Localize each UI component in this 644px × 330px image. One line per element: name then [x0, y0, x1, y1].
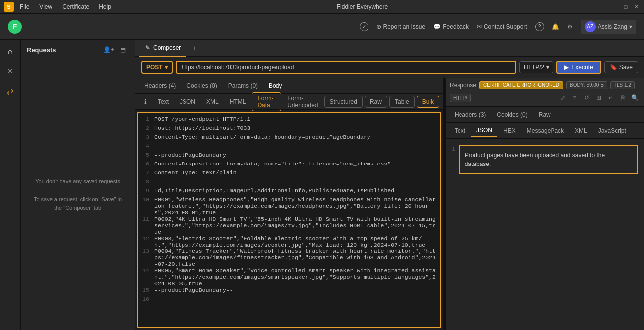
composer-icon: ✎: [145, 44, 150, 51]
body-view-bulk[interactable]: Bulk: [417, 96, 439, 108]
sidebar-item-traffic[interactable]: 👁: [2, 64, 18, 80]
execute-icon: ▶: [564, 64, 569, 71]
window-controls: ─ □ ✕: [611, 3, 640, 10]
line-number: 8: [138, 178, 154, 187]
bell-icon: 🔔: [552, 23, 559, 30]
check-action[interactable]: ✓: [360, 22, 368, 31]
minimize-button[interactable]: ─: [611, 3, 618, 10]
tab-cookies[interactable]: Cookies (0): [182, 81, 222, 91]
menu-help[interactable]: Help: [97, 2, 113, 11]
gear-icon: ⚙: [567, 23, 573, 30]
response-tabs: Headers (3) Cookies (0) Raw: [446, 107, 644, 123]
table-row: 1POST /your-endpoint HTTP/1.1: [138, 116, 440, 125]
left-panel: Requests 👤+ ⬒ You don't have any saved r…: [21, 40, 135, 330]
contact-support-action[interactable]: ✉ Contact Support: [477, 23, 527, 30]
code-editor[interactable]: 1POST /your-endpoint HTTP/1.12Host: http…: [137, 112, 441, 328]
body-tab-formdata[interactable]: Form-Data: [252, 92, 281, 111]
sidebar-item-composer[interactable]: ⇄: [2, 83, 18, 99]
line-content: [154, 178, 440, 187]
sidebar-item-home[interactable]: ⌂: [2, 44, 18, 60]
body-tab-info[interactable]: ℹ: [139, 96, 152, 107]
line-content: P0001,"Wireless Headphones","High-qualit…: [154, 196, 440, 216]
resp-tab-raw[interactable]: Raw: [534, 109, 555, 120]
body-view-table[interactable]: Table: [389, 96, 415, 108]
format-tab-xml[interactable]: XML: [570, 125, 592, 136]
protocol-dropdown[interactable]: HTTP/2 ▾: [519, 61, 553, 73]
line-content: Host: https://localhost:7033: [154, 125, 440, 134]
contact-label: Contact Support: [484, 23, 527, 30]
search-icon[interactable]: 🔍: [629, 92, 640, 103]
body-view-structured[interactable]: Structured: [324, 96, 363, 108]
table-row: 2Host: https://localhost:7033: [138, 125, 440, 134]
body-tab-html[interactable]: HTML: [225, 96, 251, 107]
tab-headers[interactable]: Headers (4): [139, 81, 181, 91]
diff-icon[interactable]: ≡: [569, 92, 580, 103]
body-tab-formurlencoded[interactable]: Form-Urlencoded: [282, 93, 323, 111]
filter-icon[interactable]: ⊞: [593, 92, 604, 103]
format-tab-text[interactable]: Text: [450, 125, 470, 136]
method-dropdown[interactable]: POST ▾: [141, 61, 173, 74]
format-tab-javascript[interactable]: JavaScript: [593, 125, 631, 136]
format-tab-messagepack[interactable]: MessagePack: [522, 125, 569, 136]
line-content: --productPageBoundary--: [154, 287, 440, 296]
resp-tab-cookies[interactable]: Cookies (0): [492, 109, 532, 120]
settings-action[interactable]: ⚙: [567, 23, 573, 30]
help-icon: ?: [535, 22, 544, 31]
user-menu[interactable]: AZ Assis Zang ▾: [581, 20, 636, 34]
top-bar: F ✓ ⊕ Report an Issue 💬 Feedback ✉ Conta…: [0, 14, 644, 40]
close-button[interactable]: ✕: [633, 3, 640, 10]
body-size-badge: BODY: 59.00 B: [566, 81, 607, 89]
line-number: 5: [138, 152, 154, 161]
line-number: 14: [138, 267, 154, 287]
body-tab-xml[interactable]: XML: [201, 96, 224, 107]
wrap-icon[interactable]: ↵: [605, 92, 616, 103]
line-number: 10: [138, 196, 154, 216]
table-row: 13P0004,"Fitness Tracker","Waterproof fi…: [138, 248, 440, 267]
execute-button[interactable]: ▶ Execute: [556, 61, 601, 74]
feedback-action[interactable]: 💬 Feedback: [433, 23, 469, 30]
refresh-icon[interactable]: ↺: [581, 92, 592, 103]
contact-icon: ✉: [477, 23, 482, 30]
report-issue-action[interactable]: ⊕ Report an Issue: [376, 23, 426, 30]
menu-view[interactable]: View: [37, 2, 54, 11]
body-tab-json[interactable]: JSON: [175, 96, 200, 107]
expand-icon[interactable]: ⤢: [557, 92, 568, 103]
maximize-button[interactable]: □: [622, 3, 629, 10]
notifications-action[interactable]: 🔔: [552, 23, 559, 30]
github-icon: ⊕: [376, 23, 381, 30]
top-bar-actions: ✓ ⊕ Report an Issue 💬 Feedback ✉ Contact…: [360, 20, 637, 34]
protocol-chevron-icon: ▾: [546, 64, 549, 71]
format-tab-hex[interactable]: HEX: [498, 125, 521, 136]
add-tab-button[interactable]: +: [188, 42, 200, 54]
requests-panel-title: Requests: [27, 46, 56, 54]
url-input[interactable]: [176, 61, 516, 74]
body-tabs: ℹ Text JSON XML HTML Form-Data Form-Urle…: [135, 94, 443, 110]
report-issue-label: Report an Issue: [383, 23, 426, 30]
import-icon[interactable]: ⬒: [117, 44, 129, 56]
http-badge: HTTP/: [450, 94, 471, 102]
line-number: 3: [138, 134, 154, 143]
menu-certificate[interactable]: Certificate: [60, 2, 91, 11]
line-content: Id,Title,Description,ImageUrl,Additional…: [154, 187, 440, 196]
tab-params[interactable]: Params (0): [223, 81, 263, 91]
menu-file[interactable]: File: [18, 2, 31, 11]
resp-tab-headers[interactable]: Headers (3): [450, 109, 491, 120]
format-tab-json[interactable]: JSON: [471, 125, 497, 137]
user-name: Assis Zang: [598, 23, 627, 30]
table-row: 3Content-Type: multipart/form-data; boun…: [138, 134, 440, 143]
format-tabs: Text JSON HEX MessagePack XML JavaScript: [446, 123, 644, 139]
check-icon: ✓: [360, 22, 368, 31]
tab-composer[interactable]: ✎ Composer: [139, 40, 186, 57]
chevron-down-icon: ▾: [629, 23, 632, 30]
left-panel-empty-state: You don't have any saved requests To sav…: [21, 60, 135, 330]
feedback-label: Feedback: [443, 23, 469, 30]
add-collection-icon[interactable]: 👤+: [103, 44, 115, 56]
line-number: 15: [138, 287, 154, 296]
copy-icon[interactable]: ⎘: [617, 92, 628, 103]
body-view-raw[interactable]: Raw: [365, 96, 387, 108]
body-tab-text[interactable]: Text: [153, 96, 174, 107]
help-action[interactable]: ?: [535, 22, 544, 31]
tab-body[interactable]: Body: [264, 81, 287, 91]
save-button[interactable]: 🔖 Save: [604, 61, 638, 73]
method-label: POST: [146, 64, 163, 71]
